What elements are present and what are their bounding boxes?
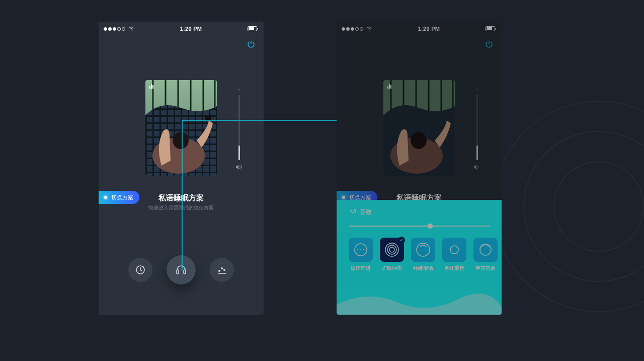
svg-rect-1 (249, 27, 254, 30)
panel-wave-decor (337, 284, 502, 315)
equalizer-icon (387, 84, 391, 89)
svg-point-33 (411, 132, 427, 149)
effect-3[interactable]: 单耳重音 (442, 238, 466, 272)
effect-label: 单耳重音 (442, 265, 466, 272)
svg-point-14 (173, 132, 189, 149)
effect-swatch[interactable] (442, 238, 466, 262)
svg-rect-15 (205, 115, 211, 121)
effect-1[interactable]: 扩散冲击 (380, 238, 404, 272)
plan-cover (145, 80, 217, 176)
plan-subtitle: 快速进入深度睡眠的绝佳方案 (99, 204, 264, 211)
battery-icon (248, 26, 259, 31)
svg-point-37 (387, 245, 396, 254)
background-rings (493, 101, 644, 312)
status-bar: 1:20 PM (337, 22, 502, 34)
svg-point-20 (221, 268, 223, 269)
wifi-icon (128, 27, 134, 31)
svg-point-39 (450, 246, 458, 254)
stats-button[interactable] (210, 258, 234, 282)
status-bar: 1:20 PM (99, 22, 264, 34)
svg-rect-18 (184, 270, 186, 274)
effect-swatch[interactable] (411, 238, 435, 262)
effect-2[interactable]: 环绕混淆 (411, 238, 435, 272)
signal-icon (104, 27, 134, 31)
effects-panel-title: 音效 (360, 208, 372, 216)
svg-point-36 (389, 247, 394, 252)
sound-wave-icon (349, 208, 357, 216)
effect-label: 声东击西 (473, 265, 498, 272)
volume-slider[interactable]: + (235, 87, 243, 176)
effects-button[interactable] (167, 255, 196, 284)
effect-swatch[interactable] (380, 238, 404, 262)
phone-effects-open: 1:20 PM + 私语睡眠方案 切换方案 (337, 22, 502, 315)
bottom-controls (99, 258, 264, 284)
svg-point-21 (224, 269, 225, 271)
effect-label: 循序渐进 (349, 265, 373, 272)
svg-rect-2 (258, 28, 259, 30)
timer-button[interactable] (128, 258, 152, 282)
battery-icon (486, 26, 497, 31)
speaker-icon (473, 163, 480, 172)
volume-plus-icon: + (235, 87, 243, 93)
effect-swatch[interactable] (473, 238, 498, 262)
equalizer-icon (149, 84, 153, 89)
volume-slider[interactable]: + (473, 87, 480, 176)
phone-main: 1:20 PM + (99, 22, 264, 315)
svg-rect-24 (496, 28, 497, 30)
svg-rect-17 (177, 270, 179, 274)
power-button[interactable] (484, 39, 495, 50)
wifi-icon (366, 27, 372, 31)
effects-panel: 音效 循序渐进扩散冲击环绕混淆单耳重音声东击西 (337, 200, 502, 315)
effect-0[interactable]: 循序渐进 (349, 238, 373, 272)
bulb-icon (103, 194, 109, 200)
effect-4[interactable]: 声东击西 (473, 238, 498, 272)
svg-rect-23 (487, 27, 492, 30)
status-time: 1:20 PM (418, 26, 440, 32)
effect-label: 扩散冲击 (380, 265, 404, 272)
svg-point-40 (480, 244, 491, 255)
plan-cover (383, 80, 455, 176)
status-time: 1:20 PM (180, 26, 202, 32)
effect-swatch[interactable] (349, 238, 373, 262)
switch-plan-label: 切换方案 (111, 194, 133, 201)
effects-slider[interactable] (349, 226, 490, 227)
speaker-icon (235, 163, 243, 172)
effect-label: 环绕混淆 (411, 265, 435, 272)
power-button[interactable] (246, 39, 257, 50)
svg-point-19 (219, 270, 220, 272)
effects-list: 循序渐进扩散冲击环绕混淆单耳重音声东击西 (337, 227, 502, 272)
switch-plan-button[interactable]: 切换方案 (99, 191, 139, 204)
signal-icon (342, 27, 372, 31)
